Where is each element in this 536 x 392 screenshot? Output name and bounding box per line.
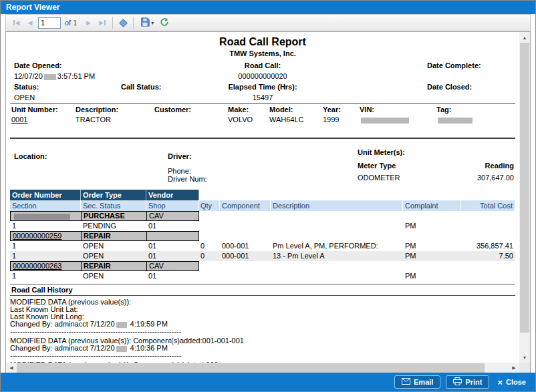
redacted-text (438, 118, 473, 124)
qty-col-header: Qty (198, 200, 220, 211)
close-button[interactable]: × Close (495, 377, 529, 387)
year-value: 1999 (321, 116, 358, 124)
diamond-icon (119, 19, 128, 27)
date-closed-label: Date Closed: (427, 83, 472, 91)
make-header: Make: (227, 106, 268, 114)
next-page-button[interactable]: ▶ (82, 17, 94, 29)
model-value: WAH64LC (268, 116, 321, 124)
order-type-cell: PURCHASE (81, 211, 146, 221)
section-cell: 1 (10, 221, 81, 231)
road-call-label: Road Call: (245, 61, 281, 69)
section-cell: 0 (198, 241, 220, 251)
date-opened-value: 12/07/203:57:51 PM (14, 72, 95, 80)
section-cell: PENDING (81, 221, 146, 231)
description-col-header: Description (271, 200, 403, 211)
order-number-link[interactable] (10, 211, 81, 221)
meter-type-value: ODOMETER (358, 174, 400, 182)
reading-label: Reading (485, 162, 514, 170)
print-button[interactable]: Print (446, 375, 489, 389)
vendor-header: Vendor (146, 190, 198, 200)
section-cell: 0 (198, 251, 220, 261)
history-line: Changed By: adminacct 7/12/20 4:19:59 PM (10, 321, 515, 328)
report-page-area: Road Call Report TMW Systems, Inc. Date … (6, 32, 519, 363)
scroll-right-button[interactable]: ▶ (509, 363, 519, 373)
customer-value (153, 116, 227, 124)
horizontal-scrollbar[interactable]: ◀ ▶ (6, 363, 519, 373)
email-button[interactable]: Email (394, 375, 440, 389)
location-section: Location: Driver: Unit Meter(s): Meter T… (10, 139, 515, 186)
order-row: 000000000259REPAIR (10, 231, 200, 241)
back-to-parent-button[interactable] (117, 17, 129, 29)
close-icon: × (497, 377, 503, 387)
report-header-fields: Date Opened: 12/07/203:57:51 PM Road Cal… (10, 60, 515, 103)
description-value: TRACTOR (74, 116, 153, 124)
orders-group-header: Order Number Order Type Vendor (10, 190, 199, 200)
unit-header-row: Unit Number: Description: Customer: Make… (10, 106, 515, 114)
order-number-link[interactable]: 000000000259 (10, 231, 81, 241)
scroll-left-button[interactable]: ◀ (6, 363, 17, 373)
tag-header: Tag: (435, 106, 515, 114)
vertical-scroll-thumb[interactable] (520, 43, 529, 333)
section-cell: OPEN (81, 271, 146, 281)
last-page-button[interactable]: ▶ (96, 17, 108, 29)
model-header: Model: (268, 106, 321, 114)
section-cell: 01 (146, 221, 198, 231)
scroll-down-button[interactable]: ▼ (519, 352, 530, 363)
toolbar-separator (133, 17, 134, 29)
order-type-cell: REPAIR (81, 231, 146, 241)
vin-header: VIN: (358, 106, 435, 114)
section-col-header: Section (10, 200, 81, 211)
status-label: Status: (14, 83, 39, 91)
last-page-icon (104, 20, 106, 25)
section-row: 1OPEN01PM (10, 271, 515, 281)
history-line: Last Known Unit Lat: (10, 306, 515, 313)
scrollbar-corner (519, 363, 530, 373)
prev-page-button[interactable]: ◀ (24, 17, 36, 29)
scroll-up-icon: ▲ (523, 35, 527, 40)
section-cell: 13 - Pm Level A (271, 251, 403, 261)
section-cell: PM (403, 271, 460, 281)
date-opened-label: Date Opened: (14, 61, 62, 69)
order-number-link[interactable]: 000000000263 (10, 261, 81, 271)
section-cell (460, 221, 515, 231)
make-value: VOLVO (227, 116, 268, 124)
road-call-value: 000000000020 (238, 72, 287, 80)
print-icon (453, 377, 462, 387)
section-cell: PM (403, 221, 460, 231)
next-page-icon: ▶ (86, 19, 91, 26)
scroll-up-button[interactable]: ▲ (519, 32, 530, 43)
orders-table: Order Number Order Type Vendor Section S… (10, 190, 515, 281)
first-page-button[interactable]: ◀ (10, 17, 22, 29)
vertical-scrollbar[interactable]: ▲ ▼ (519, 32, 530, 363)
export-button[interactable]: ▾ (138, 17, 156, 29)
unit-number-link[interactable]: 0001 (10, 116, 74, 124)
history-title: Road Call History (11, 286, 73, 294)
refresh-button[interactable] (158, 17, 170, 29)
horizontal-scroll-thumb[interactable] (17, 363, 485, 373)
section-cell (271, 271, 403, 281)
section-cell: 7.50 (460, 251, 515, 261)
section-cell: 000-001 (220, 241, 271, 251)
page-number-input[interactable] (38, 17, 61, 29)
section-cell (460, 271, 515, 281)
redacted-text (116, 346, 127, 352)
report-company: TMW Systems, Inc. (10, 49, 515, 60)
section-cell: 1 (10, 251, 81, 261)
section-row: 1PENDING01PM (10, 221, 515, 231)
history-line: MODIFIED DATA (previous value(s)): (10, 299, 515, 306)
unit-number-header: Unit Number: (10, 106, 74, 114)
order-type-cell: REPAIR (81, 261, 146, 271)
section-cell (220, 271, 271, 281)
section-cell (271, 221, 403, 231)
driver-num-label: Driver Num: (168, 175, 207, 183)
customer-header: Customer: (153, 106, 227, 114)
call-status-label: Call Status: (121, 83, 162, 91)
scroll-left-icon: ◀ (9, 365, 13, 371)
report-viewer-window: Report Viewer ◀ ◀ of 1 ▶ ▶ ▾ Road Call R… (0, 0, 536, 392)
window-title: Report Viewer (6, 3, 59, 12)
section-cell: Pm Level A, PM, PERFORMED: (271, 241, 403, 251)
footer-bar: Email Print × Close (1, 373, 535, 391)
orders-column-headers: Section Sec. Status Shop Qty Component D… (10, 200, 515, 211)
section-cell (198, 221, 220, 231)
report-toolbar: ◀ ◀ of 1 ▶ ▶ ▾ (5, 14, 531, 31)
